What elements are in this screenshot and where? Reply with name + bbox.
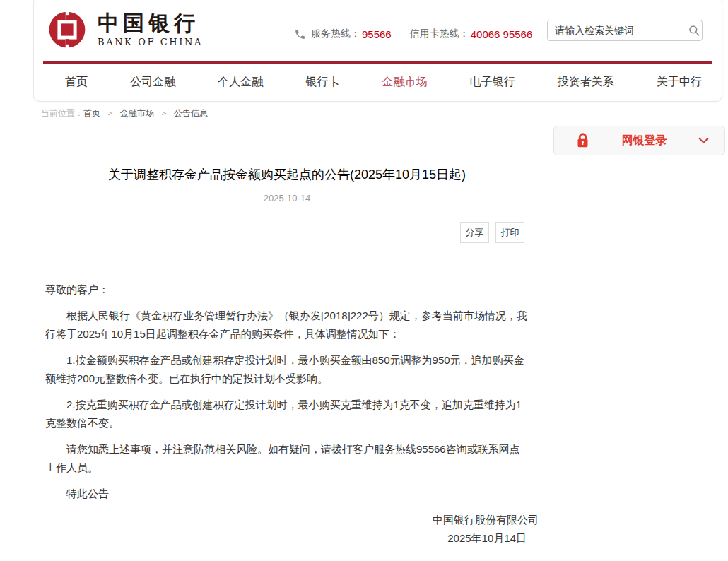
- search-icon: [688, 24, 700, 37]
- phone-icon: [294, 28, 306, 40]
- service-hotline-label: 服务热线：: [311, 28, 360, 40]
- header: 中国银行 BANK OF CHINA 服务热线： 95566 信用卡热线： 40…: [33, 0, 722, 102]
- breadcrumb-separator: ＞: [106, 107, 115, 119]
- nav-item[interactable]: 个人金融: [218, 75, 263, 90]
- lock-icon: [575, 132, 590, 149]
- page: 中国银行 BANK OF CHINA 服务热线： 95566 信用卡热线： 40…: [0, 0, 728, 561]
- logo-en-name: BANK OF CHINA: [98, 37, 203, 47]
- article-paragraph: 2.按克重购买积存金产品或创建积存定投计划时，最小购买克重维持为1克不变，追加克…: [45, 396, 529, 432]
- hotline-bar: 服务热线： 95566 信用卡热线： 40066 95566: [294, 28, 532, 40]
- article-body: 尊敬的客户： 根据人民银行《黄金积存业务管理暂行办法》（银办发[2018]222…: [33, 280, 541, 503]
- nav-item[interactable]: 金融市场: [382, 75, 428, 90]
- breadcrumb-link[interactable]: 公告信息: [174, 107, 208, 119]
- chevron-down-icon[interactable]: [698, 137, 709, 144]
- article-actions: 分享 打印: [33, 203, 541, 240]
- signature-date: 2025年10月14日: [33, 529, 541, 548]
- bank-of-china-logo[interactable]: 中国银行 BANK OF CHINA: [47, 9, 203, 50]
- article-date: 2025-10-14: [33, 193, 541, 203]
- breadcrumb-separator: ＞: [160, 107, 168, 119]
- ebanking-login-label: 网银登录: [590, 134, 698, 148]
- breadcrumb-link[interactable]: 金融市场: [120, 107, 154, 119]
- print-button[interactable]: 打印: [495, 222, 524, 243]
- search-button[interactable]: [686, 20, 702, 40]
- service-hotline-number: 95566: [362, 28, 392, 40]
- ebanking-login-panel[interactable]: 网银登录: [553, 126, 725, 155]
- signature-company: 中国银行股份有限公司: [33, 511, 541, 529]
- article-paragraph: 尊敬的客户：: [45, 280, 529, 299]
- nav-item[interactable]: 关于中行: [657, 75, 702, 90]
- share-button[interactable]: 分享: [460, 222, 489, 243]
- nav-item[interactable]: 银行卡: [305, 75, 339, 90]
- article-title: 关于调整积存金产品按金额购买起点的公告(2025年10月15日起): [33, 165, 541, 184]
- announcement-article: 关于调整积存金产品按金额购买起点的公告(2025年10月15日起) 2025-1…: [33, 165, 541, 548]
- article-paragraph: 特此公告: [45, 485, 529, 503]
- main-nav: 首页 公司金融 个人金融 银行卡 金融市场 电子银行 投资者关系 关于中行: [34, 64, 722, 100]
- credit-hotline-number: 40066 95566: [471, 28, 533, 40]
- nav-item[interactable]: 首页: [65, 75, 88, 90]
- article-paragraph: 请您知悉上述事项，并注意防范相关风险。如有疑问，请拨打客户服务热线95566咨询…: [45, 440, 529, 477]
- signature-block: 中国银行股份有限公司 2025年10月14日: [33, 511, 541, 548]
- search-input[interactable]: [548, 25, 686, 36]
- credit-hotline-label: 信用卡热线：: [410, 28, 469, 40]
- logo-cn-name: 中国银行: [98, 12, 203, 35]
- breadcrumb: 当前位置： 首页 ＞ 金融市场 ＞ 公告信息 ＞: [41, 107, 208, 119]
- boc-emblem-icon: [47, 9, 88, 50]
- nav-item[interactable]: 电子银行: [470, 75, 515, 90]
- breadcrumb-prefix: 当前位置：: [41, 107, 83, 119]
- article-paragraph: 1.按金额购买积存金产品或创建积存定投计划时，最小购买金额由850元调整为950…: [45, 351, 529, 388]
- breadcrumb-link[interactable]: 首页: [83, 107, 100, 119]
- article-paragraph: 根据人民银行《黄金积存业务管理暂行办法》（银办发[2018]222号）规定，参考…: [45, 307, 529, 343]
- search-box: [547, 20, 703, 41]
- logo-text: 中国银行 BANK OF CHINA: [98, 12, 203, 47]
- header-top: 中国银行 BANK OF CHINA 服务热线： 95566 信用卡热线： 40…: [34, 0, 722, 61]
- nav-item[interactable]: 投资者关系: [558, 75, 614, 90]
- nav-item[interactable]: 公司金融: [130, 75, 175, 90]
